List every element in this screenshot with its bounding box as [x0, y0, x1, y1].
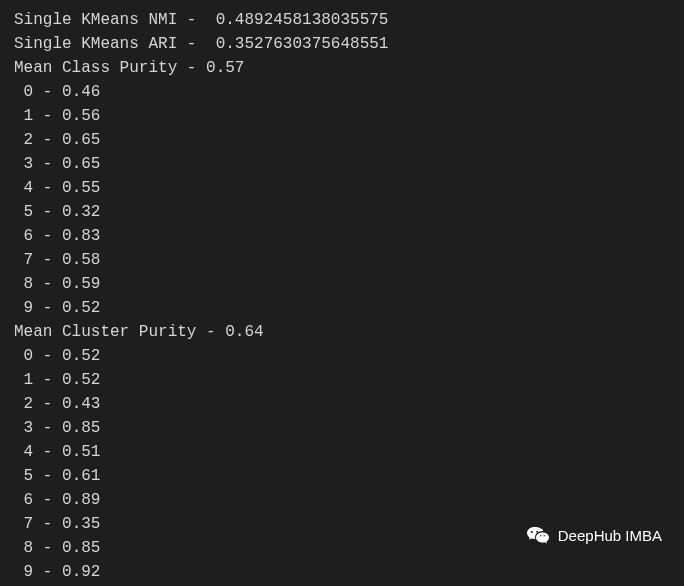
- nmi-label: Single KMeans NMI -: [14, 11, 216, 29]
- class-val: 0.83: [62, 227, 100, 245]
- class-val: 0.55: [62, 179, 100, 197]
- class-purity-row: 5 - 0.32: [14, 200, 670, 224]
- mean-class-purity-label: Mean Class Purity -: [14, 59, 206, 77]
- class-val: 0.65: [62, 155, 100, 173]
- nmi-value: 0.4892458138035575: [216, 11, 389, 29]
- class-idx: 3: [24, 155, 34, 173]
- cluster-val: 0.85: [62, 539, 100, 557]
- class-purity-row: 1 - 0.56: [14, 104, 670, 128]
- cluster-purity-row: 3 - 0.85: [14, 416, 670, 440]
- cluster-val: 0.35: [62, 515, 100, 533]
- class-purity-row: 0 - 0.46: [14, 80, 670, 104]
- cluster-idx: 4: [24, 443, 34, 461]
- cluster-idx: 7: [24, 515, 34, 533]
- cluster-purity-row: 5 - 0.61: [14, 464, 670, 488]
- mean-cluster-purity-value: 0.64: [225, 323, 263, 341]
- cluster-purity-row: 9 - 0.92: [14, 560, 670, 584]
- mean-class-purity-line: Mean Class Purity - 0.57: [14, 56, 670, 80]
- cluster-idx: 0: [24, 347, 34, 365]
- class-val: 0.46: [62, 83, 100, 101]
- class-idx: 5: [24, 203, 34, 221]
- class-idx: 8: [24, 275, 34, 293]
- class-purity-row: 9 - 0.52: [14, 296, 670, 320]
- cluster-idx: 1: [24, 371, 34, 389]
- class-val: 0.56: [62, 107, 100, 125]
- cluster-val: 0.52: [62, 347, 100, 365]
- class-purity-row: 2 - 0.65: [14, 128, 670, 152]
- class-idx: 0: [24, 83, 34, 101]
- cluster-purity-row: 6 - 0.89: [14, 488, 670, 512]
- watermark-text: DeepHub IMBA: [558, 524, 662, 548]
- class-idx: 1: [24, 107, 34, 125]
- cluster-purity-row: 0 - 0.52: [14, 344, 670, 368]
- class-idx: 9: [24, 299, 34, 317]
- terminal-output: Single KMeans NMI - 0.4892458138035575 S…: [14, 8, 670, 584]
- cluster-val: 0.52: [62, 371, 100, 389]
- class-idx: 7: [24, 251, 34, 269]
- cluster-val: 0.51: [62, 443, 100, 461]
- cluster-idx: 2: [24, 395, 34, 413]
- wechat-icon: [526, 524, 550, 548]
- class-purity-row: 4 - 0.55: [14, 176, 670, 200]
- cluster-purity-row: 4 - 0.51: [14, 440, 670, 464]
- mean-class-purity-value: 0.57: [206, 59, 244, 77]
- nmi-line: Single KMeans NMI - 0.4892458138035575: [14, 8, 670, 32]
- class-idx: 6: [24, 227, 34, 245]
- mean-cluster-purity-line: Mean Cluster Purity - 0.64: [14, 320, 670, 344]
- cluster-val: 0.92: [62, 563, 100, 581]
- class-val: 0.58: [62, 251, 100, 269]
- cluster-purity-row: 1 - 0.52: [14, 368, 670, 392]
- cluster-idx: 9: [24, 563, 34, 581]
- cluster-val: 0.43: [62, 395, 100, 413]
- class-val: 0.59: [62, 275, 100, 293]
- class-val: 0.65: [62, 131, 100, 149]
- watermark: DeepHub IMBA: [526, 524, 662, 548]
- mean-cluster-purity-label: Mean Cluster Purity -: [14, 323, 225, 341]
- cluster-idx: 5: [24, 467, 34, 485]
- class-purity-row: 6 - 0.83: [14, 224, 670, 248]
- class-purity-row: 7 - 0.58: [14, 248, 670, 272]
- class-purity-row: 8 - 0.59: [14, 272, 670, 296]
- class-val: 0.32: [62, 203, 100, 221]
- ari-label: Single KMeans ARI -: [14, 35, 216, 53]
- ari-line: Single KMeans ARI - 0.3527630375648551: [14, 32, 670, 56]
- class-val: 0.52: [62, 299, 100, 317]
- class-idx: 2: [24, 131, 34, 149]
- ari-value: 0.3527630375648551: [216, 35, 389, 53]
- cluster-val: 0.89: [62, 491, 100, 509]
- cluster-val: 0.85: [62, 419, 100, 437]
- class-purity-row: 3 - 0.65: [14, 152, 670, 176]
- cluster-idx: 8: [24, 539, 34, 557]
- class-idx: 4: [24, 179, 34, 197]
- cluster-val: 0.61: [62, 467, 100, 485]
- cluster-idx: 6: [24, 491, 34, 509]
- cluster-idx: 3: [24, 419, 34, 437]
- cluster-purity-row: 2 - 0.43: [14, 392, 670, 416]
